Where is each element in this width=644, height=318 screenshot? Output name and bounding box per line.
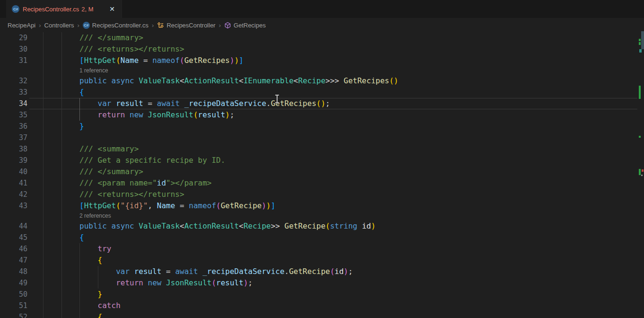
line-number[interactable]: 46 xyxy=(0,243,27,255)
code-text: /// <returns></returns> xyxy=(27,189,184,200)
tab-problems-modified-badge: 2, M xyxy=(81,6,93,13)
code-line-44[interactable]: 44 public async ValueTask<ActionResult<R… xyxy=(0,221,644,232)
line-number[interactable]: 43 xyxy=(0,200,27,212)
tab-bar: C# RecipesController.cs 2, M ✕ xyxy=(0,0,644,18)
code-line-46[interactable]: 46 try xyxy=(0,243,644,255)
line-number[interactable]: 44 xyxy=(0,221,27,232)
code-line-35[interactable]: 35 return new JsonResult(result); xyxy=(0,109,644,121)
breadcrumb-label: RecipesController.cs xyxy=(92,22,148,29)
code-line-48[interactable]: 48 var result = await _recipeDataService… xyxy=(0,266,644,277)
class-icon xyxy=(157,22,164,29)
line-number[interactable]: 42 xyxy=(0,189,27,200)
code-text: /// </summary> xyxy=(27,166,143,177)
line-number[interactable]: 35 xyxy=(0,109,27,121)
code-line-43[interactable]: 43 [HttpGet("{id}", Name = nameof(GetRec… xyxy=(0,200,644,212)
line-number[interactable]: 32 xyxy=(0,75,27,87)
line-number[interactable]: 40 xyxy=(0,166,27,177)
csharp-file-icon: C# xyxy=(83,22,90,29)
code-text: } xyxy=(27,289,102,300)
line-number[interactable]: 31 xyxy=(0,55,27,66)
line-number[interactable]: 50 xyxy=(0,289,27,300)
code-line-50[interactable]: 50 } xyxy=(0,289,644,300)
scrollbar-thumb[interactable] xyxy=(641,31,644,49)
breadcrumb-label: Controllers xyxy=(44,22,74,29)
breadcrumb-item-controllers[interactable]: Controllers xyxy=(44,22,74,29)
breadcrumb-item-getrecipes[interactable]: GetRecipes xyxy=(224,22,266,29)
vscode-window: { "tab": { "icon": "csharp-file-icon", "… xyxy=(0,0,644,318)
line-number[interactable]: 47 xyxy=(0,255,27,266)
code-line-51[interactable]: 51 catch xyxy=(0,300,644,311)
line-number[interactable]: 39 xyxy=(0,155,27,166)
code-editor[interactable]: 29 /// </summary>30 /// <returns></retur… xyxy=(0,32,644,318)
code-line-41[interactable]: 41 /// <param name="id"></param> xyxy=(0,177,644,189)
code-text: return new JsonResult(result); xyxy=(27,277,252,289)
code-text: [HttpGet(Name = nameof(GetRecipes))] xyxy=(27,55,244,66)
code-text: /// <param name="id"></param> xyxy=(27,177,211,189)
line-number[interactable]: 52 xyxy=(0,311,27,318)
codelens-references[interactable]: 2 references xyxy=(0,212,644,221)
code-line-39[interactable]: 39 /// Get a specific recipe by ID. xyxy=(0,155,644,166)
code-text: { xyxy=(27,87,84,98)
code-text: { xyxy=(27,311,102,318)
code-line-47[interactable]: 47 { xyxy=(0,255,644,266)
code-line-29[interactable]: 29 /// </summary> xyxy=(0,32,644,44)
breadcrumb-label: RecipesController xyxy=(166,22,215,29)
line-number[interactable]: 38 xyxy=(0,143,27,155)
code-text: catch xyxy=(27,300,121,311)
line-number[interactable]: 48 xyxy=(0,266,27,277)
code-line-49[interactable]: 49 return new JsonResult(result); xyxy=(0,277,644,289)
line-number[interactable]: 37 xyxy=(0,132,27,143)
breadcrumb-item-recipeapi[interactable]: RecipeApi xyxy=(8,22,35,29)
code-text: /// <returns></returns> xyxy=(27,44,184,55)
line-number[interactable]: 33 xyxy=(0,87,27,98)
breadcrumb-item-recipescontroller-cs[interactable]: C#RecipesController.cs xyxy=(83,22,148,29)
breadcrumb-item-recipescontroller[interactable]: RecipesController xyxy=(157,22,215,29)
codelens-references[interactable]: 1 reference xyxy=(0,66,644,75)
code-line-37[interactable]: 37 xyxy=(0,132,644,143)
close-icon[interactable]: ✕ xyxy=(107,5,117,13)
line-number[interactable]: 49 xyxy=(0,277,27,289)
code-text xyxy=(27,132,43,143)
line-number[interactable]: 36 xyxy=(0,121,27,132)
code-line-42[interactable]: 42 /// <returns></returns> xyxy=(0,189,644,200)
code-line-52[interactable]: 52 { xyxy=(0,311,644,318)
breadcrumb-label: RecipeApi xyxy=(8,22,35,29)
code-line-45[interactable]: 45 { xyxy=(0,232,644,243)
code-text: /// </summary> xyxy=(27,32,143,44)
breadcrumb-label: GetRecipes xyxy=(234,22,266,29)
code-line-32[interactable]: 32 public async ValueTask<ActionResult<I… xyxy=(0,75,644,87)
tab-label: RecipesController.cs xyxy=(23,6,79,13)
code-text: var result = await _recipeDataService.Ge… xyxy=(27,98,330,109)
chevron-right-icon: › xyxy=(77,22,79,29)
code-text: } xyxy=(27,121,84,132)
line-number[interactable]: 29 xyxy=(0,32,27,44)
code-text: try xyxy=(27,243,112,255)
code-text: { xyxy=(27,255,102,266)
code-line-38[interactable]: 38 /// <summary> xyxy=(0,143,644,155)
chevron-right-icon: › xyxy=(39,22,41,29)
tab-recipescontroller[interactable]: C# RecipesController.cs 2, M ✕ xyxy=(6,0,122,18)
code-line-36[interactable]: 36 } xyxy=(0,121,644,132)
chevron-right-icon: › xyxy=(219,22,221,29)
breadcrumb: RecipeApi›Controllers›C#RecipesControlle… xyxy=(0,18,644,32)
line-number[interactable]: 41 xyxy=(0,177,27,189)
code-text: public async ValueTask<ActionResult<Reci… xyxy=(27,221,375,232)
code-line-40[interactable]: 40 /// </summary> xyxy=(0,166,644,177)
code-text: [HttpGet("{id}", Name = nameof(GetRecipe… xyxy=(27,200,275,212)
code-line-31[interactable]: 31 [HttpGet(Name = nameof(GetRecipes))] xyxy=(0,55,644,66)
code-text: { xyxy=(27,232,84,243)
code-text: public async ValueTask<ActionResult<IEnu… xyxy=(27,75,398,87)
code-line-30[interactable]: 30 /// <returns></returns> xyxy=(0,44,644,55)
code-text: /// Get a specific recipe by ID. xyxy=(27,155,225,166)
csharp-file-icon: C# xyxy=(12,5,19,13)
line-number[interactable]: 51 xyxy=(0,300,27,311)
line-number[interactable]: 30 xyxy=(0,44,27,55)
code-text: var result = await _recipeDataService.Ge… xyxy=(27,266,353,277)
code-line-34[interactable]: 34 var result = await _recipeDataService… xyxy=(0,98,644,109)
code-line-33[interactable]: 33 { xyxy=(0,87,644,98)
chevron-right-icon: › xyxy=(152,22,154,29)
line-number[interactable]: 45 xyxy=(0,232,27,243)
line-number[interactable]: 34 xyxy=(0,98,27,109)
code-text: /// <summary> xyxy=(27,143,139,155)
method-icon xyxy=(224,22,231,29)
